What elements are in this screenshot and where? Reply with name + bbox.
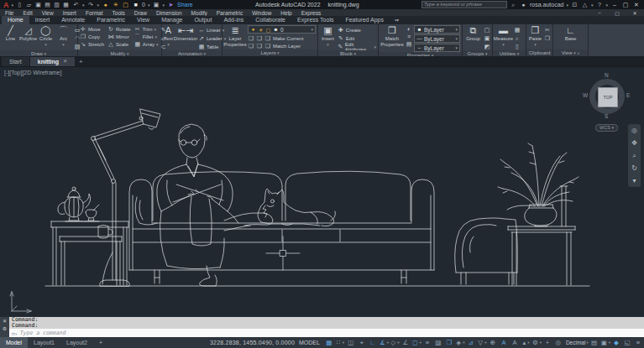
- group-extra-icon[interactable]: ▢: [484, 26, 490, 34]
- bylayer-dropdown[interactable]: – ByLayer ▾: [414, 44, 460, 52]
- file-tab-close-icon[interactable]: ✕: [63, 57, 67, 66]
- status-toggle[interactable]: A ▾: [510, 337, 521, 348]
- paste-button[interactable]: ❒ Paste ▾: [528, 25, 542, 47]
- doc-close-button[interactable]: ✕: [631, 10, 639, 16]
- status-toggle[interactable]: ◆ ▾: [611, 337, 622, 348]
- recent-commands-icon[interactable]: ▭▾: [9, 330, 20, 336]
- workspace-icon[interactable]: ▣: [152, 2, 160, 8]
- layer-properties-button[interactable]: ≣ Layer Properties: [224, 25, 246, 47]
- match-properties-button[interactable]: ❐ Match Properties: [380, 25, 404, 47]
- layer-unlock-icon[interactable]: ▢: [122, 2, 129, 8]
- ribbon-tab[interactable]: Collaborate: [249, 16, 291, 24]
- command-input[interactable]: ▭▾ Type a command: [9, 329, 644, 337]
- status-toggle[interactable]: ∡ ▾: [379, 337, 390, 348]
- ribbon-tab[interactable]: Output: [188, 16, 217, 24]
- dimension-button[interactable]: ⇤⇥ Dimension: [175, 25, 196, 42]
- search-input[interactable]: Type a keyword or phrase: [421, 1, 507, 8]
- draw-tool-button[interactable]: ⌒ Arc ▾: [55, 25, 72, 47]
- modify-tool-button[interactable]: ⋈ Mirror ▾: [107, 33, 131, 40]
- menu-item[interactable]: Parametric: [217, 10, 243, 16]
- navbar-icon[interactable]: ⌕: [632, 152, 636, 159]
- group-extra-icon[interactable]: ▣: [484, 34, 490, 42]
- doc-minimize-button[interactable]: –: [595, 10, 604, 15]
- model-space-button[interactable]: MODEL: [299, 340, 320, 345]
- clipboard-extra-icon[interactable]: ❐: [544, 34, 551, 42]
- status-toggle[interactable]: ◱ ▾: [622, 337, 633, 348]
- menu-item[interactable]: Insert: [63, 10, 76, 16]
- redo-icon[interactable]: ↷: [87, 2, 95, 8]
- measure-button[interactable]: ▬ Measure ▾: [495, 25, 512, 47]
- new-drawing-tab-button[interactable]: +: [79, 57, 83, 66]
- status-toggle[interactable]: ▴ ▾: [521, 337, 531, 348]
- group-extra-icon[interactable]: ◩: [484, 43, 490, 50]
- properties-mini-icon[interactable]: ≡: [406, 34, 412, 40]
- viewcube-south[interactable]: S: [605, 113, 608, 119]
- user-name[interactable]: rosa.autocad: [530, 2, 563, 8]
- layout-tab[interactable]: Model: [0, 337, 28, 348]
- panel-label-layers[interactable]: Layers ▾: [223, 49, 317, 56]
- properties-mini-icon[interactable]: ◐: [406, 26, 412, 33]
- layer-color-swatch[interactable]: ■: [132, 2, 139, 8]
- file-tab[interactable]: Start ✕: [2, 57, 29, 66]
- ribbon-tab[interactable]: Manage: [155, 16, 188, 24]
- share-icon[interactable]: ➤: [167, 2, 175, 8]
- status-toggle[interactable]: ⊿ ▾: [466, 337, 477, 348]
- close-button[interactable]: ✕: [632, 2, 641, 8]
- status-toggle[interactable]: ∷ ▾: [335, 337, 346, 348]
- status-toggle[interactable]: A ▾: [499, 337, 510, 348]
- doc-restore-button[interactable]: ▢: [613, 10, 621, 16]
- utilities-extra-icon[interactable]: ▯: [514, 43, 521, 50]
- logo-dropdown-icon[interactable]: ▾: [12, 3, 14, 8]
- layout-tab[interactable]: Layout2: [60, 337, 93, 348]
- status-toggle[interactable]: ◈ ▾: [455, 337, 466, 348]
- ribbon-display-toggle-icon[interactable]: ▪▾: [395, 16, 399, 24]
- user-avatar-icon[interactable]: ●: [520, 2, 527, 8]
- menu-item[interactable]: Express: [301, 10, 321, 16]
- status-toggle[interactable]: Decimal ▾: [564, 337, 589, 348]
- insert-block-button[interactable]: ▣ Insert ▾: [320, 25, 336, 47]
- menu-item[interactable]: Tools: [113, 10, 125, 16]
- viewcube[interactable]: TOP N S W E WCS ▾: [585, 73, 629, 133]
- apps-dropdown-icon[interactable]: ▾: [591, 3, 594, 8]
- modify-tool-button[interactable]: ↘ Stretch ▾: [80, 40, 104, 48]
- menu-item[interactable]: Format: [86, 10, 103, 16]
- layer-on-bulb-icon[interactable]: ●: [102, 2, 109, 8]
- ribbon-tab[interactable]: Parametric: [91, 16, 131, 24]
- status-toggle[interactable]: ◻ ▾: [411, 337, 422, 348]
- status-toggle[interactable]: ▽ ▾: [477, 337, 488, 348]
- layer-thaw-sun-icon[interactable]: ☀: [112, 2, 119, 8]
- menu-item[interactable]: File: [5, 10, 13, 16]
- user-dropdown-icon[interactable]: ▾: [566, 3, 568, 8]
- undo-icon[interactable]: ↶: [72, 2, 80, 8]
- utilities-extra-icon[interactable]: ⌕: [514, 34, 521, 42]
- status-toggle[interactable]: ≡ ▾: [633, 337, 644, 348]
- share-label[interactable]: Share: [177, 2, 193, 8]
- qat-icon[interactable]: ▯: [16, 2, 24, 8]
- command-wrench-icon[interactable]: ⚙: [3, 326, 7, 331]
- ribbon-tab[interactable]: Express Tools: [291, 16, 339, 24]
- clipboard-extra-icon[interactable]: ✂: [544, 26, 551, 34]
- drawing-canvas[interactable]: [-][Top][2D Wireframe]: [0, 66, 644, 317]
- viewcube-north[interactable]: N: [605, 72, 609, 78]
- bylayer-dropdown[interactable]: ■ ByLayer ▾: [414, 25, 460, 34]
- qat-more-dropdown-icon[interactable]: ▾: [162, 3, 165, 8]
- block-tool-button[interactable]: ✎ Edit Attributes ▾: [338, 43, 376, 50]
- teapot-and-cups[interactable]: [58, 187, 113, 238]
- potted-plant[interactable]: [498, 143, 579, 226]
- draw-tool-button[interactable]: ╱ Line ▾: [2, 25, 19, 47]
- sofa[interactable]: [129, 171, 434, 283]
- qat-icon[interactable]: ▣: [34, 2, 42, 8]
- status-toggle[interactable]: ∟ ▾: [368, 337, 379, 348]
- modify-tool-button[interactable]: ✛ Move ▾: [80, 25, 104, 33]
- status-toggle[interactable]: ◎ ▾: [553, 337, 564, 348]
- layout-tab[interactable]: +: [93, 337, 108, 348]
- ribbon-tab[interactable]: Annotate: [55, 16, 91, 24]
- text-button[interactable]: A Text ▾: [164, 25, 173, 47]
- layout-tab[interactable]: Layout1: [28, 337, 60, 348]
- status-toggle[interactable]: ▨ ▾: [433, 337, 444, 348]
- status-toggle[interactable]: ❐ ▾: [444, 337, 455, 348]
- layer-action-button[interactable]: ❏ ❏ ❏ Make Current: [248, 34, 316, 42]
- layer-bulb-icon[interactable]: ●: [250, 27, 256, 32]
- status-toggle[interactable]: ∠ ▾: [401, 337, 411, 348]
- block-tool-button[interactable]: ✚ Create ▾: [338, 26, 376, 34]
